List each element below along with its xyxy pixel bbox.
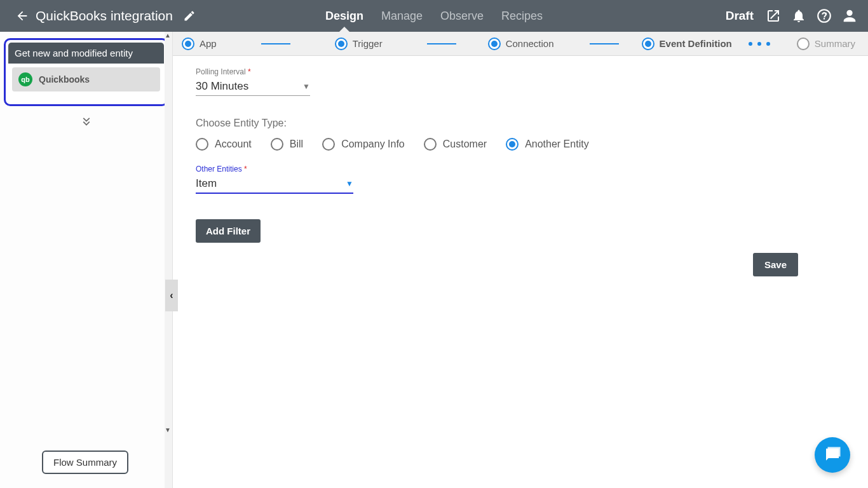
chevron-left-icon: ‹ xyxy=(170,290,173,301)
step-event-definition[interactable]: Event Definition xyxy=(642,37,732,50)
main-tabs: Design Manage Observe Recipes xyxy=(325,0,543,32)
step-connection-radio-icon xyxy=(488,37,501,50)
step-app-label: App xyxy=(200,38,217,49)
help-icon[interactable] xyxy=(815,6,834,25)
step-connector xyxy=(261,43,290,44)
step-progress-dots xyxy=(749,42,770,46)
step-connector xyxy=(427,43,456,44)
bell-icon[interactable] xyxy=(789,6,808,25)
step-event-definition-radio-icon xyxy=(642,37,654,50)
tab-observe[interactable]: Observe xyxy=(440,0,484,32)
save-button[interactable]: Save xyxy=(753,253,798,276)
top-bar: QuickBooks integration Design Manage Obs… xyxy=(0,0,868,32)
event-definition-form: Polling Interval * 30 Minutes ▼ Choose E… xyxy=(173,56,868,488)
chat-fab-button[interactable] xyxy=(815,437,850,473)
collapse-sidebar-button[interactable]: ‹ xyxy=(165,280,178,311)
step-app[interactable]: App xyxy=(182,37,217,50)
other-entities-select[interactable]: Item ▼ xyxy=(196,175,353,194)
step-summary-radio-icon xyxy=(797,37,810,50)
choose-entity-type-label: Choose Entity Type: xyxy=(196,118,845,129)
step-event-definition-label: Event Definition xyxy=(660,38,732,49)
step-connector xyxy=(590,43,619,44)
quickbooks-icon: qb xyxy=(18,72,32,86)
scroll-down-caret-icon[interactable]: ▼ xyxy=(165,426,171,433)
step-summary-label: Summary xyxy=(815,38,855,49)
radio-unchecked-icon xyxy=(271,138,283,151)
dropdown-caret-icon: ▼ xyxy=(302,82,310,91)
entity-radio-company-info[interactable]: Company Info xyxy=(322,138,405,151)
step-connection-label: Connection xyxy=(506,38,554,49)
radio-unchecked-icon xyxy=(322,138,335,151)
radio-checked-icon xyxy=(506,138,519,151)
step-app-radio-icon xyxy=(182,37,194,50)
status-badge: Draft xyxy=(726,9,754,23)
scroll-up-caret-icon[interactable]: ▲ xyxy=(165,32,171,39)
entity-radio-another-entity[interactable]: Another Entity xyxy=(506,138,589,151)
entity-radio-bill-label: Bill xyxy=(290,139,303,150)
radio-unchecked-icon xyxy=(424,138,437,151)
open-external-icon[interactable] xyxy=(764,6,783,25)
sidebar: ▲ ▼ Get new and modified entity qb Quick… xyxy=(0,32,173,488)
entity-radio-account-label: Account xyxy=(215,139,252,150)
step-trigger[interactable]: Trigger xyxy=(335,37,383,50)
tab-manage[interactable]: Manage xyxy=(381,0,423,32)
entity-radio-another-entity-label: Another Entity xyxy=(525,139,589,150)
polling-interval-value: 30 Minutes xyxy=(196,80,248,93)
step-summary[interactable]: Summary xyxy=(797,37,855,50)
top-bar-right xyxy=(764,6,859,25)
other-entities-label: Other Entities * xyxy=(196,165,845,173)
step-trigger-radio-icon xyxy=(335,37,348,50)
user-avatar-icon[interactable] xyxy=(840,6,859,25)
dropdown-caret-icon: ▼ xyxy=(346,179,353,188)
entity-radio-company-info-label: Company Info xyxy=(341,139,405,150)
entity-radio-account[interactable]: Account xyxy=(196,138,252,151)
wizard-step-bar: App Trigger Connection Event Definition … xyxy=(173,32,868,56)
flow-node-app[interactable]: qb Quickbooks xyxy=(12,67,160,92)
step-trigger-label: Trigger xyxy=(353,38,383,49)
step-connection[interactable]: Connection xyxy=(488,37,554,50)
entity-radio-customer[interactable]: Customer xyxy=(424,138,487,151)
sidebar-scrollbar[interactable]: ▲ ▼ xyxy=(165,32,172,488)
other-entities-value: Item xyxy=(196,177,217,190)
flow-node-title: Get new and modified entity xyxy=(8,43,164,64)
polling-interval-select[interactable]: 30 Minutes ▼ xyxy=(196,78,310,96)
edit-title-icon[interactable] xyxy=(183,10,196,22)
flow-node-app-label: Quickbooks xyxy=(39,74,90,85)
top-bar-left: QuickBooks integration xyxy=(0,8,196,24)
entity-radio-bill[interactable]: Bill xyxy=(271,138,303,151)
tab-design[interactable]: Design xyxy=(325,0,363,32)
expand-down-icon[interactable] xyxy=(0,115,172,130)
flow-summary-button[interactable]: Flow Summary xyxy=(42,451,128,474)
tab-recipes[interactable]: Recipes xyxy=(501,0,543,32)
flow-node-card[interactable]: Get new and modified entity qb Quickbook… xyxy=(4,38,168,106)
add-filter-button[interactable]: Add Filter xyxy=(196,219,261,243)
radio-unchecked-icon xyxy=(196,138,208,151)
entity-radio-customer-label: Customer xyxy=(443,139,487,150)
back-arrow-icon[interactable] xyxy=(15,9,29,23)
chat-bubble-icon xyxy=(823,445,842,464)
polling-interval-label: Polling Interval * xyxy=(196,67,845,76)
entity-type-radio-group: Account Bill Company Info Customer Anoth… xyxy=(196,138,845,151)
page-title: QuickBooks integration xyxy=(36,8,173,24)
